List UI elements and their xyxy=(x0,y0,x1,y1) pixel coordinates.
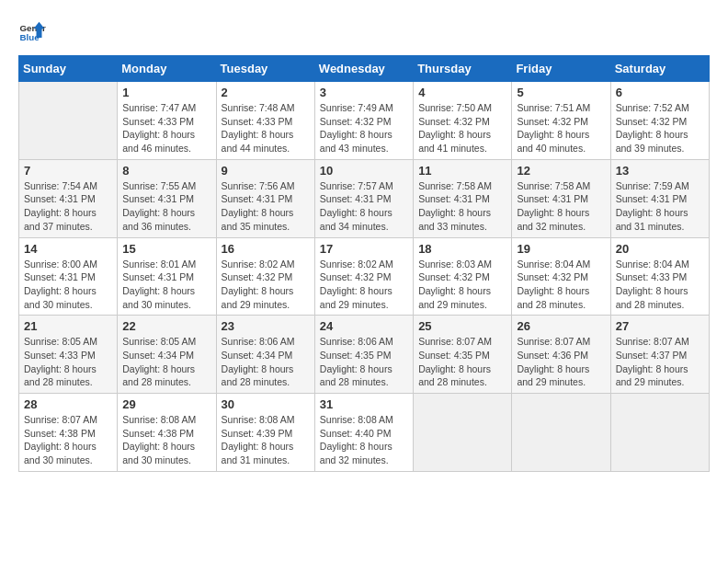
day-number: 14 xyxy=(24,242,112,256)
day-info: Sunrise: 8:03 AMSunset: 4:32 PMDaylight:… xyxy=(418,258,506,312)
weekday-header-sunday: Sunday xyxy=(19,56,118,82)
day-number: 21 xyxy=(24,319,112,333)
day-info: Sunrise: 7:54 AMSunset: 4:31 PMDaylight:… xyxy=(24,179,112,234)
day-number: 9 xyxy=(222,164,310,178)
calendar-cell: 14Sunrise: 8:00 AMSunset: 4:31 PMDayligh… xyxy=(19,237,118,316)
day-info: Sunrise: 8:02 AMSunset: 4:32 PMDaylight:… xyxy=(222,258,310,312)
day-number: 24 xyxy=(320,319,408,333)
day-info: Sunrise: 7:58 AMSunset: 4:31 PMDaylight:… xyxy=(418,179,506,234)
calendar-cell: 29Sunrise: 8:08 AMSunset: 4:38 PMDayligh… xyxy=(118,394,216,472)
weekday-header-monday: Monday xyxy=(118,56,216,82)
calendar-cell: 9Sunrise: 7:56 AMSunset: 4:31 PMDaylight… xyxy=(216,159,314,237)
calendar-cell: 30Sunrise: 8:08 AMSunset: 4:39 PMDayligh… xyxy=(216,394,314,472)
day-number: 22 xyxy=(122,319,210,333)
calendar-cell: 22Sunrise: 8:05 AMSunset: 4:34 PMDayligh… xyxy=(118,316,216,394)
calendar-cell: 16Sunrise: 8:02 AMSunset: 4:32 PMDayligh… xyxy=(216,237,314,316)
day-number: 16 xyxy=(222,242,310,256)
day-number: 26 xyxy=(517,319,605,333)
calendar-cell xyxy=(512,394,610,472)
calendar-cell: 24Sunrise: 8:06 AMSunset: 4:35 PMDayligh… xyxy=(314,316,413,394)
calendar-cell: 4Sunrise: 7:50 AMSunset: 4:32 PMDaylight… xyxy=(414,82,512,160)
day-number: 19 xyxy=(517,242,605,256)
day-number: 20 xyxy=(616,242,704,256)
day-number: 25 xyxy=(418,319,506,333)
calendar-cell: 10Sunrise: 7:57 AMSunset: 4:31 PMDayligh… xyxy=(314,159,413,237)
day-number: 5 xyxy=(517,86,605,99)
day-number: 12 xyxy=(517,164,605,178)
day-info: Sunrise: 7:58 AMSunset: 4:31 PMDaylight:… xyxy=(517,179,605,234)
day-info: Sunrise: 8:07 AMSunset: 4:38 PMDaylight:… xyxy=(24,413,112,467)
calendar-cell: 25Sunrise: 8:07 AMSunset: 4:35 PMDayligh… xyxy=(414,316,512,394)
day-number: 10 xyxy=(320,164,408,178)
calendar-cell: 15Sunrise: 8:01 AMSunset: 4:31 PMDayligh… xyxy=(118,237,216,316)
day-info: Sunrise: 8:08 AMSunset: 4:39 PMDaylight:… xyxy=(222,413,310,467)
day-number: 7 xyxy=(24,164,112,178)
calendar-week-row: 28Sunrise: 8:07 AMSunset: 4:38 PMDayligh… xyxy=(19,394,710,472)
calendar-cell: 3Sunrise: 7:49 AMSunset: 4:32 PMDaylight… xyxy=(314,82,413,160)
day-number: 2 xyxy=(222,86,310,99)
day-number: 15 xyxy=(122,242,210,256)
day-info: Sunrise: 8:00 AMSunset: 4:31 PMDaylight:… xyxy=(24,258,112,312)
day-info: Sunrise: 8:07 AMSunset: 4:36 PMDaylight:… xyxy=(517,335,605,389)
weekday-header-thursday: Thursday xyxy=(414,56,512,82)
calendar-cell: 7Sunrise: 7:54 AMSunset: 4:31 PMDaylight… xyxy=(19,159,118,237)
day-info: Sunrise: 7:52 AMSunset: 4:32 PMDaylight:… xyxy=(616,101,704,155)
calendar-cell: 1Sunrise: 7:47 AMSunset: 4:33 PMDaylight… xyxy=(118,82,216,160)
day-number: 4 xyxy=(418,86,506,99)
day-number: 30 xyxy=(222,397,310,411)
day-info: Sunrise: 8:04 AMSunset: 4:32 PMDaylight:… xyxy=(517,258,605,312)
calendar-cell: 2Sunrise: 7:48 AMSunset: 4:33 PMDaylight… xyxy=(216,82,314,160)
day-info: Sunrise: 8:08 AMSunset: 4:40 PMDaylight:… xyxy=(320,413,408,467)
day-info: Sunrise: 7:50 AMSunset: 4:32 PMDaylight:… xyxy=(418,101,506,155)
day-info: Sunrise: 7:55 AMSunset: 4:31 PMDaylight:… xyxy=(122,179,210,234)
calendar-cell: 27Sunrise: 8:07 AMSunset: 4:37 PMDayligh… xyxy=(610,316,709,394)
page-header: General Blue xyxy=(18,18,710,46)
calendar-cell xyxy=(414,394,512,472)
calendar-cell: 28Sunrise: 8:07 AMSunset: 4:38 PMDayligh… xyxy=(19,394,118,472)
day-number: 17 xyxy=(320,242,408,256)
calendar-table: SundayMondayTuesdayWednesdayThursdayFrid… xyxy=(18,55,710,472)
day-info: Sunrise: 8:01 AMSunset: 4:31 PMDaylight:… xyxy=(122,258,210,312)
logo-icon: General Blue xyxy=(18,18,46,46)
calendar-week-row: 21Sunrise: 8:05 AMSunset: 4:33 PMDayligh… xyxy=(19,316,710,394)
day-info: Sunrise: 8:05 AMSunset: 4:33 PMDaylight:… xyxy=(24,335,112,389)
calendar-cell: 26Sunrise: 8:07 AMSunset: 4:36 PMDayligh… xyxy=(512,316,610,394)
weekday-header-saturday: Saturday xyxy=(610,56,709,82)
day-number: 1 xyxy=(122,86,210,99)
day-number: 6 xyxy=(616,86,704,99)
day-info: Sunrise: 7:47 AMSunset: 4:33 PMDaylight:… xyxy=(122,101,210,155)
day-info: Sunrise: 7:49 AMSunset: 4:32 PMDaylight:… xyxy=(320,101,408,155)
day-number: 27 xyxy=(616,319,704,333)
calendar-cell: 18Sunrise: 8:03 AMSunset: 4:32 PMDayligh… xyxy=(414,237,512,316)
day-info: Sunrise: 8:06 AMSunset: 4:34 PMDaylight:… xyxy=(222,335,310,389)
calendar-cell: 11Sunrise: 7:58 AMSunset: 4:31 PMDayligh… xyxy=(414,159,512,237)
calendar-cell: 5Sunrise: 7:51 AMSunset: 4:32 PMDaylight… xyxy=(512,82,610,160)
calendar-cell: 13Sunrise: 7:59 AMSunset: 4:31 PMDayligh… xyxy=(610,159,709,237)
weekday-header-friday: Friday xyxy=(512,56,610,82)
logo: General Blue xyxy=(18,18,51,46)
day-number: 28 xyxy=(24,397,112,411)
day-info: Sunrise: 7:56 AMSunset: 4:31 PMDaylight:… xyxy=(222,179,310,234)
day-info: Sunrise: 7:59 AMSunset: 4:31 PMDaylight:… xyxy=(616,179,704,234)
calendar-cell: 23Sunrise: 8:06 AMSunset: 4:34 PMDayligh… xyxy=(216,316,314,394)
day-info: Sunrise: 8:08 AMSunset: 4:38 PMDaylight:… xyxy=(122,413,210,467)
day-number: 29 xyxy=(122,397,210,411)
day-info: Sunrise: 7:57 AMSunset: 4:31 PMDaylight:… xyxy=(320,179,408,234)
day-info: Sunrise: 8:07 AMSunset: 4:37 PMDaylight:… xyxy=(616,335,704,389)
day-info: Sunrise: 8:05 AMSunset: 4:34 PMDaylight:… xyxy=(122,335,210,389)
calendar-week-row: 7Sunrise: 7:54 AMSunset: 4:31 PMDaylight… xyxy=(19,159,710,237)
calendar-cell: 19Sunrise: 8:04 AMSunset: 4:32 PMDayligh… xyxy=(512,237,610,316)
calendar-cell: 21Sunrise: 8:05 AMSunset: 4:33 PMDayligh… xyxy=(19,316,118,394)
day-info: Sunrise: 8:02 AMSunset: 4:32 PMDaylight:… xyxy=(320,258,408,312)
day-number: 18 xyxy=(418,242,506,256)
calendar-week-row: 14Sunrise: 8:00 AMSunset: 4:31 PMDayligh… xyxy=(19,237,710,316)
day-number: 31 xyxy=(320,397,408,411)
calendar-cell: 6Sunrise: 7:52 AMSunset: 4:32 PMDaylight… xyxy=(610,82,709,160)
day-number: 8 xyxy=(122,164,210,178)
day-info: Sunrise: 7:48 AMSunset: 4:33 PMDaylight:… xyxy=(222,101,310,155)
weekday-header-wednesday: Wednesday xyxy=(314,56,413,82)
day-number: 11 xyxy=(418,164,506,178)
calendar-cell: 17Sunrise: 8:02 AMSunset: 4:32 PMDayligh… xyxy=(314,237,413,316)
calendar-cell: 8Sunrise: 7:55 AMSunset: 4:31 PMDaylight… xyxy=(118,159,216,237)
day-info: Sunrise: 7:51 AMSunset: 4:32 PMDaylight:… xyxy=(517,101,605,155)
